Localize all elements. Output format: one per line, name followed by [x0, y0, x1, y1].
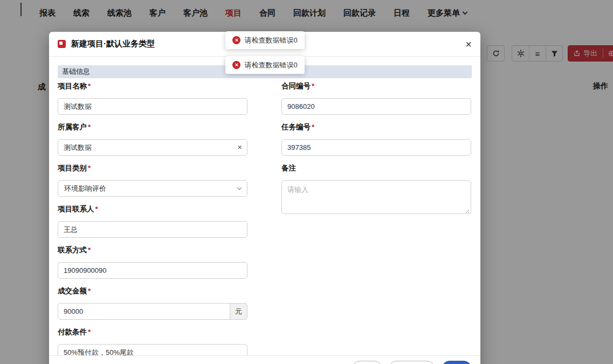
- label-text: 成交金额: [58, 287, 87, 295]
- modal-body: 基础信息 项目名称* 所属客户* ×: [49, 65, 480, 361]
- label-text: 付款条件: [58, 328, 87, 336]
- required-mark: *: [312, 82, 314, 90]
- required-mark: *: [88, 246, 91, 254]
- required-mark: *: [88, 328, 91, 336]
- modal-footer-primary-button[interactable]: [442, 361, 472, 364]
- required-mark: *: [95, 205, 98, 213]
- customer-input-wrap: ×: [58, 139, 247, 156]
- field-project-contact: 项目联系人*: [58, 204, 247, 238]
- field-project-category: 项目类别* 环境影响评价: [58, 163, 247, 197]
- customer-input[interactable]: [58, 139, 247, 156]
- required-mark: *: [88, 164, 91, 172]
- toast-message: 请检查数据错误0: [244, 36, 297, 45]
- contract-number-input[interactable]: [281, 98, 471, 115]
- error-toast: × 请检查数据错误0: [225, 31, 305, 49]
- required-mark: *: [88, 82, 91, 90]
- field-label: 备注: [281, 163, 471, 173]
- remarks-textarea[interactable]: [281, 180, 471, 214]
- label-text: 项目类别: [58, 164, 87, 172]
- label-text: 项目联系人: [58, 205, 94, 213]
- task-number-input[interactable]: [281, 139, 471, 156]
- required-mark: *: [312, 123, 314, 131]
- deal-amount-input[interactable]: [58, 303, 230, 320]
- form-columns: 项目名称* 所属客户* × 项目类别*: [58, 80, 472, 361]
- remarks-textarea-wrap: [281, 180, 471, 216]
- field-project-name: 项目名称*: [58, 81, 247, 115]
- field-deal-amount: 成交金额* 元: [58, 286, 247, 320]
- modal-footer-secondary-button[interactable]: [389, 361, 435, 364]
- field-label: 所属客户*: [58, 122, 247, 132]
- field-task-number: 任务编号*: [281, 122, 471, 156]
- modal-footer: [49, 355, 480, 364]
- required-mark: *: [88, 287, 91, 295]
- modal-footer-cancel-button[interactable]: [352, 361, 382, 364]
- error-icon: ×: [232, 36, 240, 44]
- toast-message: 请检查数据错误0: [244, 60, 297, 70]
- label-text: 项目名称: [58, 82, 87, 90]
- form-right-column: 合同编号* 任务编号* 备注: [281, 80, 471, 361]
- field-contract-number: 合同编号*: [281, 81, 471, 115]
- field-label: 任务编号*: [281, 122, 471, 132]
- field-label: 项目类别*: [58, 163, 247, 173]
- project-contact-input[interactable]: [58, 221, 247, 238]
- field-label: 项目联系人*: [58, 204, 247, 214]
- label-text: 合同编号: [281, 82, 311, 90]
- deal-amount-group: 元: [58, 303, 247, 320]
- project-category-select[interactable]: 环境影响评价: [58, 180, 247, 197]
- field-label: 付款条件*: [58, 327, 247, 337]
- field-remarks: 备注: [281, 163, 471, 216]
- error-icon: ×: [232, 61, 240, 69]
- required-mark: *: [88, 123, 91, 131]
- field-label: 成交金额*: [58, 286, 247, 296]
- label-text: 备注: [281, 164, 296, 172]
- currency-unit-addon: 元: [230, 303, 247, 320]
- contact-phone-input[interactable]: [58, 262, 247, 279]
- modal-title: 新建项目·默认业务类型: [71, 39, 155, 49]
- field-label: 联系方式*: [58, 245, 247, 255]
- label-text: 任务编号: [281, 123, 311, 131]
- label-text: 所属客户: [58, 123, 87, 131]
- new-project-modal: 新建项目·默认业务类型 × 基础信息 项目名称* 所属客户*: [49, 32, 480, 364]
- document-icon: [58, 40, 66, 48]
- project-name-input[interactable]: [58, 98, 247, 115]
- label-text: 联系方式: [58, 246, 87, 254]
- field-label: 项目名称*: [58, 81, 247, 91]
- chevron-down-icon: [237, 186, 242, 190]
- selected-option: 环境影响评价: [64, 184, 106, 194]
- close-icon[interactable]: ×: [465, 39, 472, 50]
- field-label: 合同编号*: [281, 81, 471, 91]
- field-customer: 所属客户* ×: [58, 122, 247, 156]
- clear-icon[interactable]: ×: [237, 143, 242, 151]
- error-toast: × 请检查数据错误0: [225, 56, 305, 74]
- form-left-column: 项目名称* 所属客户* × 项目类别*: [58, 80, 247, 361]
- field-contact-phone: 联系方式*: [58, 245, 247, 279]
